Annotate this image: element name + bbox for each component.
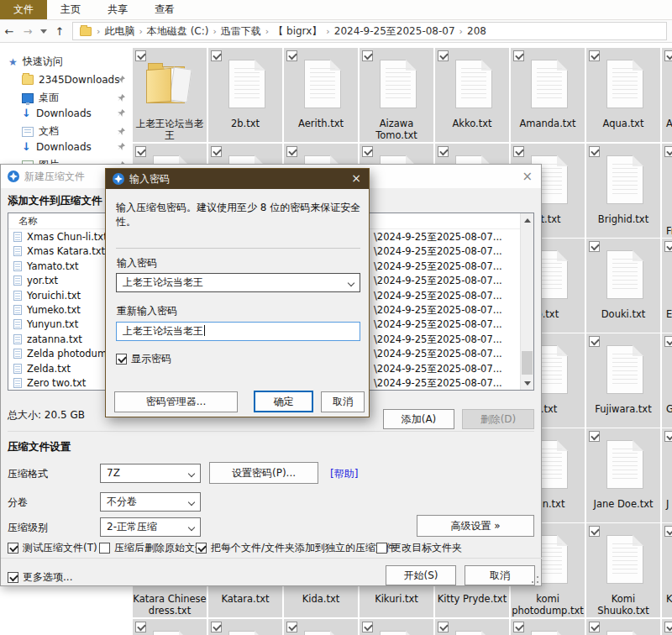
delete-button[interactable]: 删除(D) bbox=[462, 409, 534, 429]
archive-option-checkbox[interactable]: 更改目标文件夹 bbox=[376, 541, 462, 555]
item-checkbox[interactable] bbox=[211, 50, 222, 61]
breadcrumb-item[interactable]: 此电脑 bbox=[102, 24, 137, 39]
scroll-down-icon[interactable] bbox=[521, 376, 533, 390]
start-button[interactable]: 开始(S) bbox=[386, 565, 456, 585]
item-checkbox[interactable] bbox=[589, 241, 600, 252]
sidebar-item-Downloads[interactable]: ↓Downloads bbox=[22, 141, 127, 153]
level-select[interactable]: 2-正常压缩 bbox=[100, 517, 201, 537]
format-select[interactable]: 7Z bbox=[100, 464, 201, 483]
item-checkbox[interactable] bbox=[362, 622, 373, 632]
file-item[interactable] bbox=[133, 619, 207, 635]
sidebar-item-Downloads[interactable]: ↓Downloads bbox=[22, 108, 127, 119]
item-checkbox[interactable] bbox=[211, 146, 222, 157]
item-checkbox[interactable] bbox=[664, 241, 672, 252]
file-item[interactable]: Aqua.txt bbox=[586, 48, 660, 142]
file-item[interactable]: Fr bbox=[662, 144, 672, 238]
item-checkbox[interactable] bbox=[664, 336, 672, 347]
menu-tab-主页[interactable]: 主页 bbox=[47, 0, 94, 19]
file-item[interactable]: Aerith.txt bbox=[284, 48, 358, 142]
combo-chevron-icon[interactable] bbox=[348, 280, 354, 286]
file-item[interactable]: Komi Shuuko.txt bbox=[586, 523, 660, 617]
recent-locations-icon[interactable] bbox=[40, 29, 47, 34]
breadcrumb-item[interactable]: 【 bigrx】 bbox=[270, 24, 324, 39]
file-item[interactable]: J bbox=[662, 428, 672, 522]
menu-tab-共享[interactable]: 共享 bbox=[94, 0, 141, 19]
password-dialog-titlebar[interactable]: 输入密码 bbox=[106, 169, 369, 189]
file-item[interactable] bbox=[435, 619, 509, 635]
ok-button[interactable]: 确定 bbox=[254, 391, 313, 412]
file-item[interactable] bbox=[284, 619, 358, 635]
forward-button[interactable]: → bbox=[18, 25, 37, 38]
item-checkbox[interactable] bbox=[589, 526, 600, 537]
password-combobox[interactable]: 上老王论坛当老王 bbox=[116, 273, 360, 292]
more-options-checkbox[interactable]: 更多选项... bbox=[8, 570, 72, 585]
item-checkbox[interactable] bbox=[513, 622, 524, 632]
help-link[interactable]: [帮助] bbox=[330, 467, 358, 481]
item-checkbox[interactable] bbox=[286, 50, 297, 61]
item-checkbox[interactable] bbox=[589, 50, 600, 61]
item-checkbox[interactable] bbox=[589, 336, 600, 347]
archive-option-checkbox[interactable]: 把每个文件/文件夹添加到独立的压缩文件 bbox=[196, 541, 396, 555]
sidebar-item-桌面[interactable]: 桌面 bbox=[22, 91, 127, 105]
item-checkbox[interactable] bbox=[664, 526, 672, 537]
item-checkbox[interactable] bbox=[664, 146, 672, 157]
back-button[interactable]: ← bbox=[0, 25, 18, 38]
file-item[interactable]: Jane Doe.txt bbox=[586, 428, 660, 522]
file-item[interactable] bbox=[662, 619, 672, 635]
breadcrumb-item[interactable]: 208 bbox=[465, 25, 489, 37]
breadcrumb-item[interactable]: 2024-9-25至2025-08-07 bbox=[332, 24, 458, 39]
item-checkbox[interactable] bbox=[513, 50, 524, 61]
file-item[interactable] bbox=[208, 619, 282, 635]
item-checkbox[interactable] bbox=[589, 622, 600, 632]
archive-option-checkbox[interactable]: 压缩后删除原始文件 bbox=[99, 541, 205, 555]
add-button[interactable]: 添加(A) bbox=[383, 409, 454, 429]
item-checkbox[interactable] bbox=[589, 431, 600, 442]
file-item[interactable]: Aizawa Tomo.txt bbox=[360, 48, 433, 142]
item-checkbox[interactable] bbox=[664, 50, 672, 61]
file-item[interactable] bbox=[511, 619, 585, 635]
list-scrollbar[interactable] bbox=[520, 213, 533, 390]
menu-tab-查看[interactable]: 查看 bbox=[141, 0, 188, 19]
item-checkbox[interactable] bbox=[589, 146, 600, 157]
file-item[interactable]: Akko.txt bbox=[435, 48, 509, 142]
file-item[interactable]: Ga bbox=[662, 333, 672, 428]
item-checkbox[interactable] bbox=[211, 622, 222, 632]
show-password-checkbox[interactable]: 显示密码 bbox=[116, 352, 171, 366]
item-checkbox[interactable] bbox=[438, 622, 449, 632]
password-cancel-button[interactable]: 取消 bbox=[321, 391, 365, 412]
address-box[interactable]: › 此电脑›本地磁盘 (C:)›迅雷下载›【 bigrx】›2024-9-25至… bbox=[72, 22, 667, 40]
archive-close-icon[interactable]: × bbox=[522, 169, 533, 184]
item-checkbox[interactable] bbox=[438, 146, 449, 157]
breadcrumb-item[interactable]: 迅雷下载 bbox=[218, 24, 264, 39]
file-item[interactable]: Brighid.txt bbox=[586, 144, 660, 238]
file-item[interactable]: Douki.txt bbox=[586, 239, 660, 333]
file-item[interactable]: Fujiwara.txt bbox=[586, 333, 660, 428]
set-password-button[interactable]: 设置密码(P)... bbox=[209, 462, 318, 484]
advanced-settings-button[interactable]: 高级设置 » bbox=[417, 515, 534, 537]
confirm-password-input[interactable]: 上老王论坛当老王 bbox=[116, 322, 360, 341]
archive-option-checkbox[interactable]: 测试压缩文件(T) bbox=[8, 541, 97, 555]
item-checkbox[interactable] bbox=[438, 50, 449, 61]
volume-select[interactable]: 不分卷 bbox=[100, 492, 201, 512]
item-checkbox[interactable] bbox=[664, 622, 672, 632]
up-button[interactable]: ↑ bbox=[50, 25, 69, 38]
folder-item[interactable]: 上老王论坛当老王 bbox=[133, 48, 207, 142]
item-checkbox[interactable] bbox=[362, 50, 373, 61]
archive-cancel-button[interactable]: 取消 bbox=[465, 565, 535, 585]
item-checkbox[interactable] bbox=[286, 622, 297, 632]
sidebar-item-2345Downloads[interactable]: 2345Downloads bbox=[22, 74, 127, 86]
scroll-up-icon[interactable] bbox=[521, 213, 533, 227]
file-item[interactable]: A bbox=[662, 48, 672, 142]
scrollbar-thumb[interactable] bbox=[522, 351, 533, 375]
file-item[interactable] bbox=[586, 619, 660, 635]
item-checkbox[interactable] bbox=[513, 146, 524, 157]
item-checkbox[interactable] bbox=[664, 431, 672, 442]
file-item[interactable]: K bbox=[662, 523, 672, 617]
resize-grip[interactable] bbox=[532, 576, 538, 583]
file-item[interactable]: Amanda.txt bbox=[511, 48, 585, 142]
item-checkbox[interactable] bbox=[362, 146, 373, 157]
item-checkbox[interactable] bbox=[286, 146, 297, 157]
item-checkbox[interactable] bbox=[135, 146, 146, 157]
sidebar-quick-access[interactable]: ★ 快速访问 bbox=[8, 55, 63, 69]
item-checkbox[interactable] bbox=[135, 622, 146, 632]
